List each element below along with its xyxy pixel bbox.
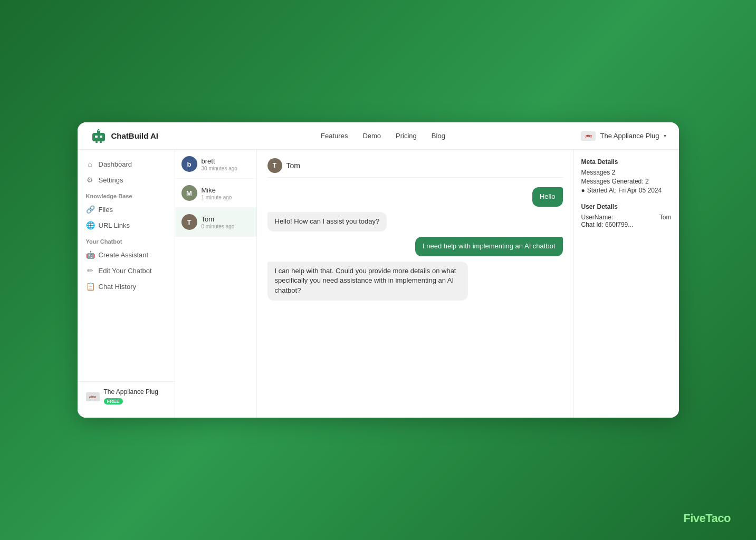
knowledge-base-label: Knowledge Base xyxy=(78,188,175,201)
chat-time-mike: 1 minute ago xyxy=(202,195,250,200)
fivetaco-branding: FiveTaco xyxy=(683,512,731,525)
msg-user-hello: Hello xyxy=(532,187,563,207)
svg-rect-6 xyxy=(100,141,102,143)
top-nav: ChatBuild AI Features Demo Pricing Blog … xyxy=(78,122,679,150)
nav-right: plug The Appliance Plug ▾ xyxy=(581,131,666,141)
meta-section-title: Meta Details xyxy=(581,158,672,166)
meta-messages-generated: Messages Generated: 2 xyxy=(581,178,672,185)
nav-demo[interactable]: Demo xyxy=(362,132,381,140)
msg-row-implement: I need help with implementing an AI chat… xyxy=(267,237,563,256)
chevron-down-icon: ▾ xyxy=(664,133,666,139)
nav-org-name: The Appliance Plug xyxy=(600,132,659,140)
sidebar-org-name: The Appliance Plug xyxy=(104,388,158,396)
message-row: Hello Hello! How can I assist you today?… xyxy=(267,187,563,301)
chat-name-tom: Tom xyxy=(202,215,250,223)
app-window: ChatBuild AI Features Demo Pricing Blog … xyxy=(78,122,679,418)
meta-started: ●Started At: Fri Apr 05 2024 xyxy=(581,187,672,194)
sidebar-item-create-assistant[interactable]: 🤖 Create Assistant xyxy=(78,247,175,263)
files-icon: 🔗 xyxy=(86,205,94,214)
home-icon: ⌂ xyxy=(86,160,94,168)
meta-user-section-title: User Details xyxy=(581,203,672,210)
sidebar-org: plug The Appliance Plug FREE xyxy=(86,388,166,405)
main-layout: ⌂ Dashboard ⚙ Settings Knowledge Base 🔗 … xyxy=(78,150,679,418)
chat-list-item-brett[interactable]: b brett 30 minutes ago xyxy=(175,150,256,179)
chat-time-brett: 30 minutes ago xyxy=(202,166,250,171)
avatar-brett: b xyxy=(181,156,197,172)
msg-bot-assist: Hello! How can I assist you today? xyxy=(267,212,387,232)
svg-rect-0 xyxy=(92,133,105,141)
sidebar-item-url-links[interactable]: 🌐 URL Links xyxy=(78,217,175,233)
meta-divider xyxy=(581,196,672,203)
chat-list-item-mike[interactable]: M Mike 1 minute ago xyxy=(175,179,256,208)
chat-header-avatar: T xyxy=(267,158,282,173)
msg-row-hello: Hello xyxy=(267,187,563,207)
logo-area: ChatBuild AI xyxy=(90,128,185,144)
meta-chat-id: Chat Id: 660f799... xyxy=(581,221,672,228)
svg-point-4 xyxy=(98,129,100,131)
globe-icon: 🌐 xyxy=(86,221,94,229)
chat-header: T Tom xyxy=(267,158,563,178)
meta-panel: Meta Details Messages 2 Messages Generat… xyxy=(573,150,679,418)
chat-header-username: Tom xyxy=(286,161,300,170)
chat-list-item-tom[interactable]: T Tom 0 minutes ago xyxy=(175,208,256,237)
nav-blog[interactable]: Blog xyxy=(432,132,445,140)
svg-rect-5 xyxy=(95,141,98,143)
chat-name-brett: brett xyxy=(202,157,250,165)
app-title: ChatBuild AI xyxy=(111,131,158,140)
chat-list-panel: b brett 30 minutes ago M Mike 1 minute a… xyxy=(175,150,257,418)
msg-row-details: I can help with that. Could you provide … xyxy=(267,262,563,301)
chat-name-mike: Mike xyxy=(202,186,250,194)
chat-history-icon: 📋 xyxy=(86,282,94,291)
sidebar-org-logo: plug xyxy=(86,392,100,401)
status-dot: ● xyxy=(581,187,585,194)
free-badge: FREE xyxy=(104,398,123,404)
msg-row-assist: Hello! How can I assist you today? xyxy=(267,212,563,232)
avatar-mike: M xyxy=(181,185,197,201)
avatar-tom: T xyxy=(181,214,197,230)
robot-icon: 🤖 xyxy=(86,250,94,259)
sidebar-item-chat-history[interactable]: 📋 Chat History xyxy=(78,278,175,294)
sidebar-item-settings[interactable]: ⚙ Settings xyxy=(78,172,175,188)
logo-icon xyxy=(90,128,107,144)
nav-pricing[interactable]: Pricing xyxy=(396,132,417,140)
meta-username-row: UserName: Tom xyxy=(581,214,672,221)
sidebar-item-files[interactable]: 🔗 Files xyxy=(78,201,175,217)
taco-text: Taco xyxy=(705,512,731,525)
nav-org-logo: plug xyxy=(581,131,596,141)
svg-rect-2 xyxy=(100,136,102,138)
svg-rect-1 xyxy=(95,136,98,138)
sidebar-bottom: plug The Appliance Plug FREE xyxy=(78,381,175,411)
msg-bot-details: I can help with that. Could you provide … xyxy=(267,262,468,301)
meta-messages: Messages 2 xyxy=(581,169,672,176)
five-text: Five xyxy=(683,512,705,525)
msg-user-implement: I need help with implementing an AI chat… xyxy=(415,237,563,256)
sidebar-item-edit-chatbot[interactable]: ✏ Edit Your Chatbot xyxy=(78,263,175,278)
chat-area: T Tom Hello Hello! How can I assist you … xyxy=(257,150,573,418)
settings-icon: ⚙ xyxy=(86,176,94,184)
nav-features[interactable]: Features xyxy=(321,132,348,140)
your-chatbot-label: Your Chatbot xyxy=(78,233,175,247)
sidebar-item-dashboard[interactable]: ⌂ Dashboard xyxy=(78,156,175,172)
sidebar: ⌂ Dashboard ⚙ Settings Knowledge Base 🔗 … xyxy=(78,150,175,418)
nav-links: Features Demo Pricing Blog xyxy=(185,132,581,140)
edit-icon: ✏ xyxy=(86,266,94,275)
chat-time-tom: 0 minutes ago xyxy=(202,224,250,229)
